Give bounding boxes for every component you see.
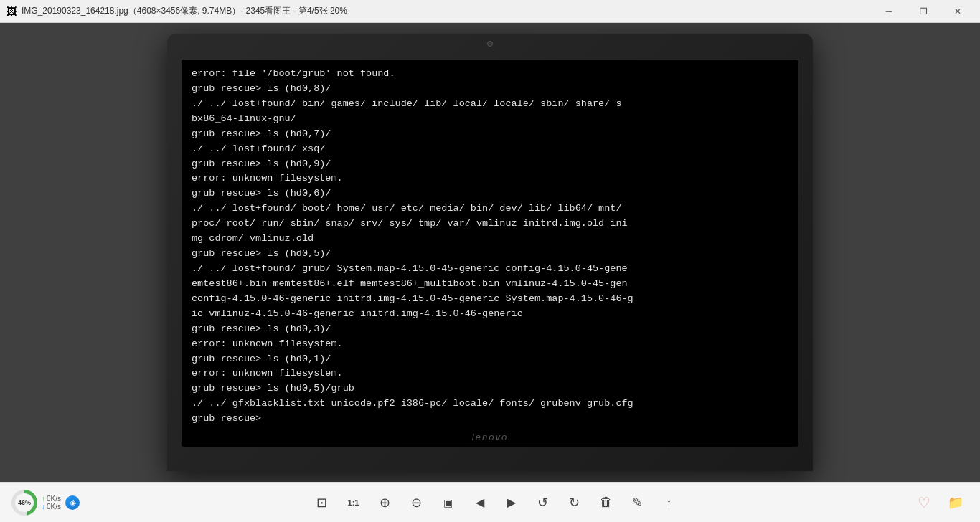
terminal-line: grub rescue> ls (hd0,9)/ [192, 157, 788, 172]
fit-window-button[interactable]: ⊡ [309, 490, 335, 516]
terminal-line: grub rescue> ls (hd0,5)/grub [192, 381, 788, 397]
down-arrow-icon: ↓ [42, 503, 45, 511]
terminal-line: grub rescue> ls (hd0,6)/ [192, 186, 788, 201]
bottom-toolbar: 46% ↑ 0K/s ↓ 0K/s ◈ ⊡ 1:1 ⊕ ⊖ ▣ ◀ ▶ ↺ ↻ … [0, 482, 980, 522]
toolbar-left-section: 46% ↑ 0K/s ↓ 0K/s ◈ [11, 490, 80, 516]
terminal-line: grub rescue> ls (hd0,5)/ [192, 247, 788, 262]
rotate-left-button[interactable]: ↺ [530, 490, 556, 516]
terminal-line: ./ ../ lost+found/ bin/ games/ include/ … [192, 97, 788, 112]
window-title: IMG_20190323_164218.jpg（4608×3456像素, 9.7… [22, 5, 872, 17]
laptop-bezel: error: file '/boot/grub' not found.grub … [167, 34, 813, 471]
next-button[interactable]: ▶ [499, 490, 524, 516]
share-button[interactable]: ↑ [656, 490, 682, 516]
status-widget: 46% ↑ 0K/s ↓ 0K/s ◈ [11, 490, 80, 516]
terminal-line: error: unknown filesystem. [192, 171, 788, 186]
upload-stat: ↑ 0K/s [42, 495, 61, 503]
favorite-button[interactable]: ♡ [911, 490, 937, 516]
laptop-camera [487, 41, 493, 47]
lenovo-brand-logo: lenovo [472, 432, 508, 442]
percentage-value: 46% [15, 493, 34, 512]
terminal-line: grub rescue> ls (hd0,8)/ [192, 82, 788, 97]
network-stats: ↑ 0K/s ↓ 0K/s [42, 495, 61, 511]
toolbar-center-section: ⊡ 1:1 ⊕ ⊖ ▣ ◀ ▶ ↺ ↻ 🗑 ✎ ↑ [309, 490, 682, 516]
terminal-line: proc/ root/ run/ sbin/ snap/ srv/ sys/ t… [192, 217, 788, 232]
terminal-line: grub rescue> ls (hd0,7)/ [192, 127, 788, 142]
usage-circle: 46% [11, 490, 37, 516]
upload-value: 0K/s [47, 495, 61, 503]
terminal-line: ./ ../ gfxblacklist.txt unicode.pf2 i386… [192, 397, 788, 412]
app-indicator-icon: ◈ [65, 495, 80, 510]
terminal-line: grub rescue> ls (hd0,3)/ [192, 322, 788, 337]
delete-button[interactable]: 🗑 [593, 490, 619, 516]
rotate-right-button[interactable]: ↻ [562, 490, 588, 516]
terminal-line: emtest86+.bin memtest86+.elf memtest86+_… [192, 277, 788, 292]
terminal-line: ./ ../ lost+found/ boot/ home/ usr/ etc/… [192, 201, 788, 217]
terminal-line: config-4.15.0-46-generic initrd.img-4.15… [192, 292, 788, 307]
edit-button[interactable]: ✎ [625, 490, 651, 516]
titlebar: 🖼 IMG_20190323_164218.jpg（4608×3456像素, 9… [0, 0, 980, 23]
folder-button[interactable]: 📁 [943, 490, 969, 516]
app-icon: 🖼 [6, 6, 17, 17]
crop-button[interactable]: ▣ [435, 490, 461, 516]
terminal-line: mg cdrom/ vmlinuz.old [192, 232, 788, 247]
main-image-area: error: file '/boot/grub' not found.grub … [0, 23, 980, 482]
terminal-line: bx86_64-linux-gnu/ [192, 112, 788, 127]
terminal-display: error: file '/boot/grub' not found.grub … [182, 60, 798, 447]
download-value: 0K/s [47, 503, 61, 511]
download-stat: ↓ 0K/s [42, 503, 61, 511]
terminal-line: grub rescue> [192, 412, 788, 427]
titlebar-controls: ─ ❐ ✕ [872, 0, 974, 23]
minimize-button[interactable]: ─ [872, 0, 905, 23]
laptop-screen: error: file '/boot/grub' not found.grub … [182, 60, 798, 447]
zoom-out-button[interactable]: ⊖ [404, 490, 430, 516]
terminal-line: error: unknown filesystem. [192, 366, 788, 381]
zoom-in-button[interactable]: ⊕ [372, 490, 398, 516]
up-arrow-icon: ↑ [42, 495, 45, 503]
terminal-line: ./ ../ lost+found/ xsq/ [192, 142, 788, 157]
terminal-line: ./ ../ lost+found/ grub/ System.map-4.15… [192, 262, 788, 277]
original-size-button[interactable]: 1:1 [341, 490, 367, 516]
terminal-line: ic vmlinuz-4.15.0-46-generic initrd.img-… [192, 307, 788, 322]
terminal-line: error: file '/boot/grub' not found. [192, 67, 788, 82]
prev-button[interactable]: ◀ [467, 490, 493, 516]
restore-button[interactable]: ❐ [907, 0, 940, 23]
terminal-line: error: unknown filesystem. [192, 337, 788, 352]
close-button[interactable]: ✕ [941, 0, 974, 23]
terminal-line: grub rescue> ls (hd0,1)/ [192, 352, 788, 367]
toolbar-right-section: ♡ 📁 [911, 490, 969, 516]
laptop-image: error: file '/boot/grub' not found.grub … [160, 30, 820, 475]
